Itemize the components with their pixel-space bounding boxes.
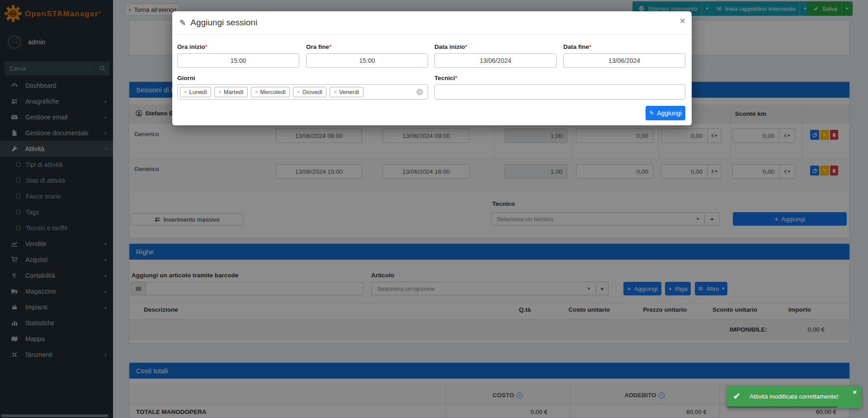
remove-tag-icon[interactable]: × <box>297 89 300 95</box>
modal-title: ✎ Aggiungi sessioni <box>179 18 257 28</box>
data-fine-input[interactable]: 13/06/2024 <box>563 53 685 68</box>
giorni-label: Giorni <box>177 75 195 81</box>
day-tag-giovedi: ×Giovedì <box>293 87 326 97</box>
modal-add-button[interactable]: ✎ Aggiungi <box>646 106 685 120</box>
modal-header: ✎ Aggiungi sessioni × <box>172 11 692 35</box>
check-icon: ✔ <box>733 391 741 402</box>
remove-tag-icon[interactable]: × <box>218 89 221 95</box>
remove-tag-icon[interactable]: × <box>255 89 258 95</box>
day-tag-lunedi: ×Lunedì <box>180 87 211 97</box>
tecnici-input[interactable] <box>434 84 685 100</box>
day-tag-mercoledi: ×Mercoledì <box>251 87 290 97</box>
day-tag-venerdi: ×Venerdì <box>330 87 363 97</box>
data-fine-label: Data fine* <box>563 43 591 50</box>
success-toast[interactable]: ✔ Attività modificata correttamente! × <box>727 386 861 408</box>
clear-all-icon[interactable]: × <box>416 89 423 95</box>
giorni-multiselect[interactable]: ×Lunedì ×Martedì ×Mercoledì ×Giovedì ×Ve… <box>177 84 428 100</box>
edit-icon: ✎ <box>649 110 654 116</box>
toast-progress-bar <box>727 406 837 408</box>
ora-fine-label: Ora fine* <box>306 43 331 50</box>
ora-inizio-input[interactable]: 15:00 <box>177 53 299 68</box>
remove-tag-icon[interactable]: × <box>334 89 336 95</box>
openstamanager-window: OSM OpenSTAManager® admin Dashboard Anag… <box>0 0 868 418</box>
ora-inizio-label: Ora inizio* <box>177 43 208 50</box>
toast-close-icon[interactable]: × <box>853 388 857 396</box>
tecnici-label: Tecnici* <box>434 75 458 81</box>
pencil-icon: ✎ <box>179 18 186 28</box>
data-inizio-input[interactable]: 13/06/2024 <box>434 53 557 68</box>
ora-fine-input[interactable]: 15:00 <box>306 53 428 68</box>
close-icon[interactable]: × <box>680 16 685 25</box>
day-tag-martedi: ×Martedì <box>214 87 248 97</box>
remove-tag-icon[interactable]: × <box>184 89 187 95</box>
data-inizio-label: Data inizio* <box>434 43 467 50</box>
add-sessions-modal: ✎ Aggiungi sessioni × Ora inizio* Ora fi… <box>172 11 692 125</box>
toast-message: Attività modificata correttamente! <box>750 393 839 400</box>
